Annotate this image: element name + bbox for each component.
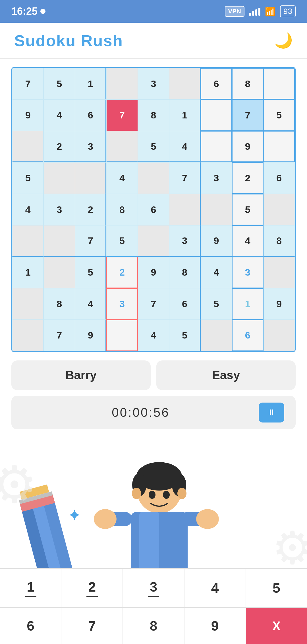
num-btn-8[interactable]: 8 (123, 608, 184, 644)
cell-5-5[interactable]: 3 (169, 225, 200, 257)
cell-2-8[interactable] (264, 131, 295, 162)
cell-5-1[interactable] (43, 225, 75, 257)
cell-0-6[interactable]: 6 (201, 68, 232, 99)
cell-7-4[interactable]: 7 (138, 288, 169, 319)
cell-4-8[interactable] (264, 194, 295, 225)
cell-0-7[interactable]: 8 (232, 68, 263, 99)
cell-5-0[interactable] (12, 225, 43, 257)
cell-1-6[interactable] (201, 99, 232, 131)
cell-1-0[interactable]: 9 (12, 99, 43, 131)
cell-5-7[interactable]: 4 (232, 225, 263, 257)
cell-5-3[interactable]: 5 (106, 225, 138, 257)
cell-6-2[interactable]: 5 (75, 257, 106, 288)
cell-5-6[interactable]: 9 (201, 225, 232, 257)
num-btn-4[interactable]: 4 (184, 569, 246, 607)
cell-4-7[interactable]: 5 (232, 194, 263, 225)
cell-3-3[interactable]: 4 (106, 162, 138, 194)
cell-2-4[interactable]: 5 (138, 131, 169, 162)
cell-4-0[interactable]: 4 (12, 194, 43, 225)
cell-3-7[interactable]: 2 (232, 162, 263, 194)
cell-6-7[interactable]: 3 (232, 257, 263, 288)
num-btn-5[interactable]: 5 (246, 569, 307, 607)
cell-2-2[interactable]: 3 (75, 131, 106, 162)
cell-3-6[interactable]: 3 (201, 162, 232, 194)
cell-8-8[interactable] (264, 320, 295, 351)
cell-2-3[interactable] (106, 131, 138, 162)
moon-icon[interactable]: 🌙 (274, 32, 293, 49)
cell-4-4[interactable]: 6 (138, 194, 169, 225)
num-btn-1[interactable]: 1 (0, 569, 61, 607)
cell-4-6[interactable] (201, 194, 232, 225)
cell-7-1[interactable]: 8 (43, 288, 75, 319)
cell-7-3[interactable]: 3 (106, 288, 138, 319)
cell-1-2[interactable]: 6 (75, 99, 106, 131)
cell-2-6[interactable] (201, 131, 232, 162)
cell-6-1[interactable] (43, 257, 75, 288)
cell-0-8[interactable] (264, 68, 295, 99)
cell-0-1[interactable]: 5 (43, 68, 75, 99)
cell-4-3[interactable]: 8 (106, 194, 138, 225)
cell-7-2[interactable]: 4 (75, 288, 106, 319)
cell-0-4[interactable]: 3 (138, 68, 169, 99)
cell-1-7[interactable]: 7 (232, 99, 263, 131)
num-btn-9[interactable]: 9 (184, 608, 246, 644)
cell-5-4[interactable] (138, 225, 169, 257)
svg-rect-16 (139, 512, 159, 575)
cell-4-2[interactable]: 2 (75, 194, 106, 225)
cell-0-5[interactable] (169, 68, 200, 99)
num-btn-7[interactable]: 7 (61, 608, 123, 644)
cell-4-1[interactable]: 3 (43, 194, 75, 225)
cell-6-8[interactable] (264, 257, 295, 288)
cell-3-2[interactable] (75, 162, 106, 194)
cell-0-3[interactable] (106, 68, 138, 99)
cell-7-5[interactable]: 6 (169, 288, 200, 319)
bg-gear-right: ⚙ (272, 521, 307, 575)
cell-1-8[interactable]: 5 (264, 99, 295, 131)
cell-3-5[interactable]: 7 (169, 162, 200, 194)
cell-2-5[interactable]: 4 (169, 131, 200, 162)
cell-6-5[interactable]: 8 (169, 257, 200, 288)
cell-6-0[interactable]: 1 (12, 257, 43, 288)
num-btn-6[interactable]: 6 (0, 608, 61, 644)
cell-8-6[interactable] (201, 320, 232, 351)
status-bar: 16:25 VPN 📶 93 (0, 0, 307, 23)
bar3 (255, 9, 257, 16)
sudoku-grid[interactable]: 7513689467817523549547326432865753948152… (11, 67, 296, 352)
cell-8-1[interactable]: 7 (43, 320, 75, 351)
pause-button[interactable]: ⏸ (259, 403, 284, 423)
cell-1-5[interactable]: 1 (169, 99, 200, 131)
cell-2-7[interactable]: 9 (232, 131, 263, 162)
cell-3-4[interactable] (138, 162, 169, 194)
cell-7-6[interactable]: 5 (201, 288, 232, 319)
cell-8-5[interactable]: 5 (169, 320, 200, 351)
cell-0-2[interactable]: 1 (75, 68, 106, 99)
cell-6-4[interactable]: 9 (138, 257, 169, 288)
cell-2-0[interactable] (12, 131, 43, 162)
cell-5-2[interactable]: 7 (75, 225, 106, 257)
num-btn-2[interactable]: 2 (61, 569, 123, 607)
cell-1-1[interactable]: 4 (43, 99, 75, 131)
cell-3-1[interactable] (43, 162, 75, 194)
cell-7-0[interactable] (12, 288, 43, 319)
cell-8-7[interactable]: 6 (232, 320, 263, 351)
cell-8-2[interactable]: 9 (75, 320, 106, 351)
cell-8-3[interactable] (106, 320, 138, 351)
cell-1-4[interactable]: 8 (138, 99, 169, 131)
cell-8-0[interactable] (12, 320, 43, 351)
cell-1-3[interactable]: 7 (106, 99, 138, 131)
cell-6-6[interactable]: 4 (201, 257, 232, 288)
cell-5-8[interactable]: 8 (264, 225, 295, 257)
num-btn-3[interactable]: 3 (123, 569, 184, 607)
cell-8-4[interactable]: 4 (138, 320, 169, 351)
cell-7-7[interactable]: 1 (232, 288, 263, 319)
cell-4-5[interactable] (169, 194, 200, 225)
delete-button[interactable]: X (246, 608, 307, 644)
cell-6-3[interactable]: 2 (106, 257, 138, 288)
cell-3-8[interactable]: 6 (264, 162, 295, 194)
cell-0-0[interactable]: 7 (12, 68, 43, 99)
cell-3-0[interactable]: 5 (12, 162, 43, 194)
cell-2-1[interactable]: 2 (43, 131, 75, 162)
number-pad[interactable]: 1 2 3 4 5 6 7 8 9 X (0, 568, 307, 644)
status-time: 16:25 (11, 5, 45, 17)
cell-7-8[interactable]: 9 (264, 288, 295, 319)
